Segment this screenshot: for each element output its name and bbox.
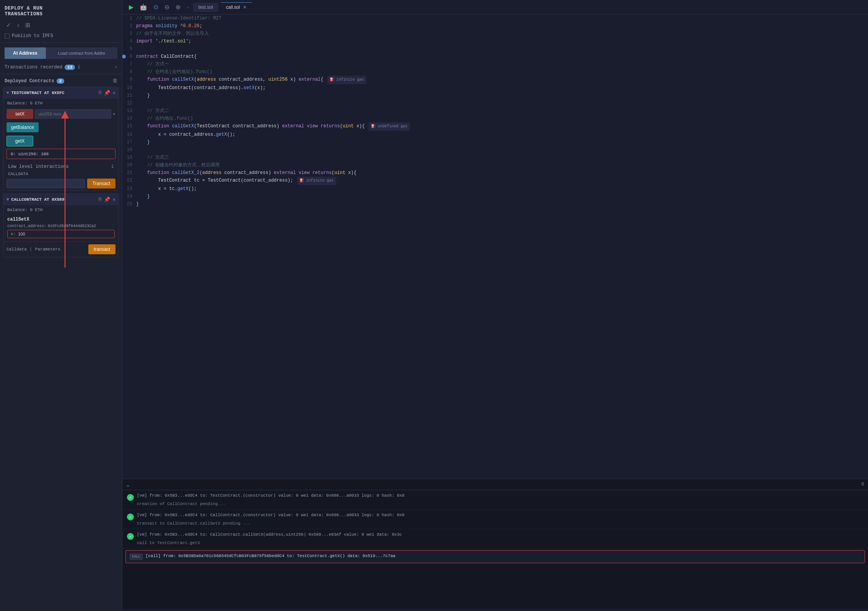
load-contract-button[interactable]: Load contract from Addre: [46, 47, 117, 59]
callcontract-copy-icon[interactable]: ⎘: [99, 197, 102, 203]
trash-icon[interactable]: 🗑: [112, 78, 117, 84]
callcontract-pin-icon[interactable]: 📌: [104, 197, 110, 203]
code-line-16: 16 x = contract_address.getX();: [122, 131, 868, 138]
code-line-13: 13 // 方式二: [122, 107, 868, 115]
layout-icon[interactable]: ⊞: [24, 21, 32, 29]
transact-button[interactable]: Transact: [87, 179, 115, 188]
code-line-4: 4 import './test.sol';: [122, 37, 868, 45]
code-line-11: 11 }: [122, 92, 868, 99]
code-line-1: 1 // SPDX-License-Identifier: MIT: [122, 15, 868, 22]
publish-checkbox[interactable]: [5, 34, 10, 39]
testcontract-header[interactable]: ▼ TESTCONTRACT AT 0X5FC ⎘ 📌 ✕: [3, 87, 119, 99]
left-panel: DEPLOY & RUN TRANSACTIONS ✓ › ⊞ Publish …: [0, 0, 122, 611]
code-line-9: 9 function callSetX(address contract_add…: [122, 76, 868, 84]
code-line-17: 17 }: [122, 138, 868, 146]
getx-row: getX: [3, 135, 119, 148]
callcontract-name: CALLCONTRACT AT 0X589: [11, 197, 97, 202]
transactions-row: Transactions recorded 13 i ›: [0, 59, 122, 74]
callcontract-balance: Balance: 0 ETH: [3, 205, 119, 214]
log-entry-3: ✓ [vm] from: 0x5B3...eddC4 to: CallContr…: [122, 529, 868, 549]
transactions-badge: 13: [65, 65, 75, 70]
code-line-7: 7 // 方式一: [122, 60, 868, 68]
zoom-out-button[interactable]: ⊖: [163, 3, 171, 11]
setx-button[interactable]: setX: [7, 109, 33, 119]
close-icon[interactable]: ✕: [112, 90, 115, 96]
deployed-header: Deployed Contracts 2 🗑: [0, 74, 122, 87]
info-icon[interactable]: i: [77, 64, 80, 70]
check-icon-2: ✓: [127, 514, 134, 520]
code-line-21: 21 function callGetX_2(address contract_…: [122, 169, 868, 177]
log-sub-1: creation of CallContract pending...: [127, 502, 863, 506]
log-text-2: [vm] from: 0x5B3...eddC4 to: CallContrac…: [137, 513, 863, 517]
callcontract-icons: ⎘ 📌 ✕: [99, 197, 115, 203]
deployed-label: Deployed Contracts: [5, 78, 54, 84]
log-row-2: ✓ [vm] from: 0x5B3...eddC4 to: CallContr…: [127, 513, 863, 520]
calldata-row: Transact: [3, 177, 119, 190]
callcontract-close-icon[interactable]: ✕: [112, 197, 115, 203]
code-line-5: 5: [122, 45, 868, 53]
toolbar-separator: ✦: [186, 4, 189, 10]
getx-button[interactable]: getX: [7, 136, 33, 146]
editor-toolbar: ▶ 🤖 ⊙ ⊖ ⊕ ✦ test.sol call.sol ✕: [122, 0, 868, 15]
deploy-header: DEPLOY & RUN TRANSACTIONS ✓ › ⊞ Publish …: [0, 0, 122, 43]
code-line-6: 6 contract CallContract{: [122, 53, 868, 60]
play-button[interactable]: ▶: [127, 3, 135, 11]
calldata-input[interactable]: [7, 179, 85, 188]
x-value-input[interactable]: [18, 232, 111, 236]
check-icon[interactable]: ✓: [5, 21, 13, 29]
setx-input[interactable]: [35, 109, 111, 119]
deploy-title: DEPLOY & RUN TRANSACTIONS: [5, 5, 117, 17]
low-level-info-icon[interactable]: i: [111, 164, 114, 169]
deployed-count-badge: 2: [57, 78, 65, 84]
console-area[interactable]: ⌄ 0 ✓ [vm] from: 0x5B3...eddC4 to: TestC…: [122, 479, 868, 609]
getbalance-row: getBalance: [3, 121, 119, 133]
setx-row: setX ▾: [3, 108, 119, 120]
x-input-box: x:: [7, 230, 115, 238]
check-icon-3: ✓: [127, 533, 134, 540]
log-text-call: [call] from: 0x5B38Da6a701c568545dCfcB03…: [146, 554, 861, 558]
log-sub-2: transact to CallContract.callSetX pendin…: [127, 521, 863, 526]
code-line-12: 12: [122, 99, 868, 107]
copy-icon[interactable]: ⎘: [99, 90, 102, 96]
tab-test-sol-label: test.sol: [198, 5, 213, 10]
code-line-2: 2 pragma solidity ^0.8.26;: [122, 22, 868, 30]
console-collapse-icon[interactable]: ⌄: [126, 481, 130, 488]
log-text-1: [vm] from: 0x5B3...eddC4 to: TestContrac…: [137, 493, 863, 498]
collapse-icon: ▼: [7, 91, 9, 95]
robot-icon[interactable]: 🤖: [138, 3, 149, 11]
callcontract-transact-button[interactable]: transact: [88, 244, 115, 254]
getx-result-box: 0: uint256: 100: [7, 149, 115, 159]
tab-call-sol[interactable]: call.sol ✕: [221, 2, 252, 12]
code-line-10: 10 TestContract(contract_address).setX(x…: [122, 84, 868, 92]
tab-call-sol-close[interactable]: ✕: [243, 5, 247, 10]
transactions-label: Transactions recorded: [5, 65, 62, 70]
params-bottom-label[interactable]: Parameters: [35, 247, 60, 252]
setx-chevron-icon[interactable]: ▾: [113, 111, 115, 117]
forward-icon[interactable]: ›: [16, 21, 21, 29]
testcontract-block: ▼ TESTCONTRACT AT 0X5FC ⎘ 📌 ✕ Balance: 0…: [3, 87, 119, 190]
log-row-1: ✓ [vm] from: 0x5B3...eddC4 to: TestContr…: [127, 493, 863, 501]
toggle-button[interactable]: ⊙: [151, 3, 160, 11]
tab-test-sol[interactable]: test.sol: [193, 3, 218, 12]
callcontract-header[interactable]: ▼ CALLCONTRACT AT 0X589 ⎘ 📌 ✕: [3, 194, 119, 205]
calldata-bottom-label[interactable]: Calldata: [7, 247, 27, 252]
log-sub-3: call to TestContract.getX: [127, 541, 863, 545]
low-level-label: Low level interactions: [8, 164, 68, 169]
code-line-15: 15 function callGetX(TestContract contra…: [122, 122, 868, 131]
code-line-24: 24 }: [122, 193, 868, 200]
pin-icon[interactable]: 📌: [104, 90, 110, 96]
chevron-right-icon[interactable]: ›: [114, 64, 117, 70]
low-level-header: Low level interactions i: [3, 161, 119, 171]
callsetx-section: callSetX contract_address: 0x5Fcd5d9f644…: [3, 214, 119, 241]
getbalance-button[interactable]: getBalance: [7, 122, 39, 132]
code-editor[interactable]: 1 // SPDX-License-Identifier: MIT 2 prag…: [122, 15, 868, 479]
log-row-call: CALL [call] from: 0x5B38Da6a701c568545dC…: [130, 554, 861, 560]
address-buttons: At Address Load contract from Addre: [5, 47, 117, 59]
testcontract-name: TESTCONTRACT AT 0X5FC: [11, 91, 97, 95]
callcontract-block: ▼ CALLCONTRACT AT 0X589 ⎘ 📌 ✕ Balance: 0…: [3, 193, 119, 257]
at-address-button[interactable]: At Address: [5, 47, 46, 59]
code-line-20: 20 // 创建合约对象的方式，然后调用: [122, 161, 868, 169]
x-label: x:: [11, 232, 16, 236]
right-panel: ▶ 🤖 ⊙ ⊖ ⊕ ✦ test.sol call.sol ✕ 1 // SPD…: [122, 0, 868, 611]
zoom-in-button[interactable]: ⊕: [174, 3, 182, 11]
